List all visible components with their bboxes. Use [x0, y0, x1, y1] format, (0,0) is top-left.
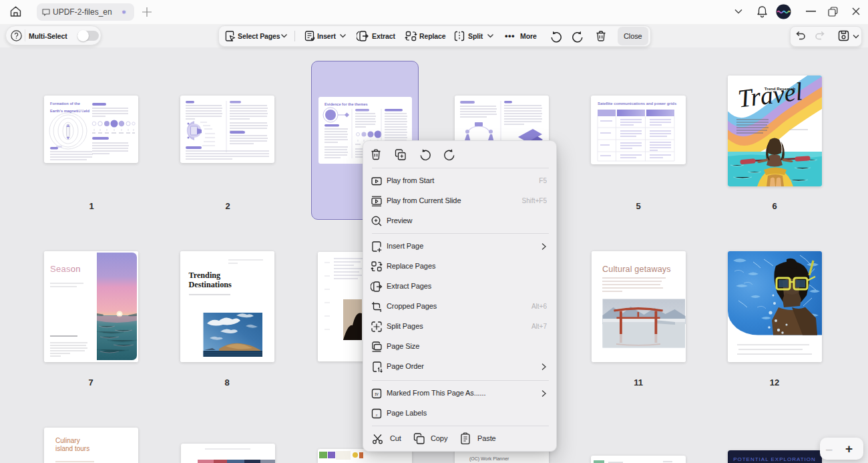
svg-text:₂: ₂	[376, 411, 378, 417]
svg-text:Trending: Trending	[189, 271, 221, 280]
svg-text:ɪᴠ: ɪᴠ	[375, 392, 379, 396]
svg-text:island tours: island tours	[55, 445, 89, 452]
svg-text:Evidence for the themes: Evidence for the themes	[324, 102, 368, 106]
svg-text:Cultural getaways: Cultural getaways	[602, 265, 671, 274]
svg-text:Satellite communications and p: Satellite communications and power grids	[598, 102, 677, 106]
svg-text:Season: Season	[50, 264, 81, 274]
svg-text:Destinations: Destinations	[189, 280, 232, 289]
svg-text:(OC) Work Planner: (OC) Work Planner	[469, 456, 509, 462]
svg-text:Formation of the: Formation of the	[50, 102, 80, 106]
svg-text:Culinary: Culinary	[55, 437, 80, 444]
svg-text:POTENTIAL EXPLORATION: POTENTIAL EXPLORATION	[733, 456, 816, 462]
